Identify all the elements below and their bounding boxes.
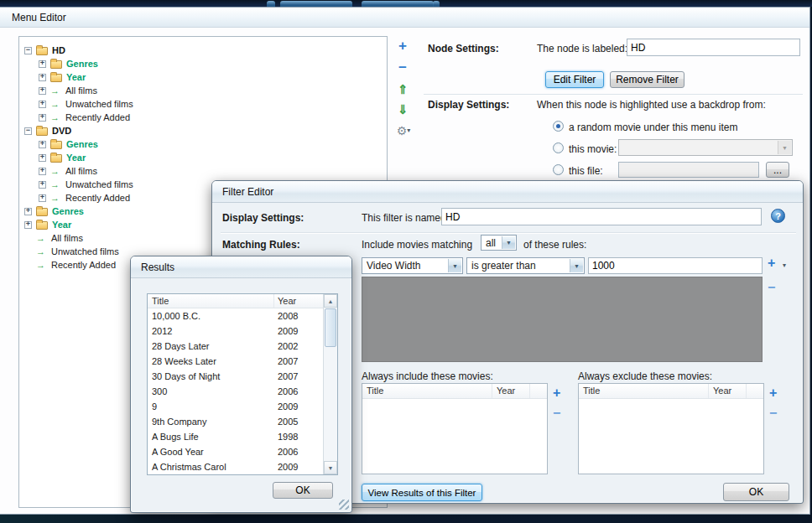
rule-operator-combo[interactable]: is greater than ▼ <box>466 257 585 274</box>
film-list-icon: → <box>50 167 62 176</box>
expand-icon[interactable]: + <box>39 114 46 122</box>
collapse-icon[interactable]: − <box>24 47 32 54</box>
filter-editor-titlebar[interactable]: Filter Editor <box>212 181 803 203</box>
remove-node-icon[interactable]: − <box>394 61 411 75</box>
scroll-up-icon[interactable]: ▲ <box>324 294 337 308</box>
cell-year: 1998 <box>274 432 325 442</box>
column-title[interactable]: Title <box>148 294 274 308</box>
tree-item[interactable]: +Genres <box>19 57 387 70</box>
rule-field-combo[interactable]: Video Width ▼ <box>362 257 463 274</box>
cell-year: 2002 <box>274 341 325 351</box>
expand-icon[interactable]: + <box>39 101 46 108</box>
radio-random-movie[interactable] <box>553 121 564 132</box>
cell-title: A Christmas Carol <box>148 462 274 472</box>
add-rule-caret-icon[interactable]: ▾ <box>783 262 786 269</box>
column-title[interactable]: Title <box>362 384 492 398</box>
expand-icon[interactable]: + <box>39 154 46 162</box>
tree-item[interactable]: +→All films <box>19 164 387 178</box>
folder-icon <box>50 141 62 149</box>
exclude-movies-table[interactable]: Title Year <box>578 383 764 474</box>
filter-name-input[interactable] <box>441 208 762 225</box>
film-list-icon: → <box>36 234 48 243</box>
scroll-down-icon[interactable]: ▼ <box>324 461 337 474</box>
menu-editor-titlebar[interactable]: Menu Editor <box>0 8 809 28</box>
tree-item[interactable]: +Year <box>19 151 387 164</box>
remove-filter-button[interactable]: Remove Filter <box>610 71 684 88</box>
table-row[interactable]: 20122009 <box>148 324 325 339</box>
column-year[interactable]: Year <box>274 294 325 308</box>
tree-item[interactable]: +Genres <box>19 137 387 151</box>
add-node-icon[interactable]: + <box>394 39 411 53</box>
tree-item[interactable]: +→All films <box>19 84 387 97</box>
scroll-thumb[interactable] <box>325 308 336 347</box>
view-results-button[interactable]: View Results of this Filter <box>362 484 482 501</box>
table-row[interactable]: 10,000 B.C.2008 <box>148 308 325 324</box>
gear-icon[interactable]: ⚙▾ <box>391 125 416 137</box>
remove-include-movie-icon[interactable]: − <box>553 406 560 419</box>
filter-ok-button[interactable]: OK <box>723 483 789 501</box>
move-up-icon[interactable]: ⇑ <box>394 83 411 96</box>
expand-icon[interactable]: + <box>24 221 32 229</box>
expand-icon[interactable]: + <box>39 60 46 68</box>
table-row[interactable]: A Christmas Carol2009 <box>148 459 325 474</box>
rule-value-input[interactable] <box>588 257 763 274</box>
this-file-input[interactable] <box>618 162 759 178</box>
collapse-icon[interactable]: − <box>24 127 32 135</box>
radio-this-file[interactable] <box>553 164 564 175</box>
expand-icon[interactable]: + <box>39 141 46 148</box>
table-row[interactable]: A Good Year2006 <box>148 444 325 459</box>
results-titlebar[interactable]: Results <box>131 256 351 278</box>
divider <box>221 232 796 233</box>
add-rule-icon[interactable]: + <box>768 256 775 269</box>
node-labeled-label: The node is labeled: <box>537 43 627 54</box>
table-row[interactable]: A Bugs Life1998 <box>148 429 325 444</box>
tree-item-label: Recently Added <box>65 112 130 122</box>
expand-icon[interactable]: + <box>39 74 46 81</box>
tree-item[interactable]: +→Recently Added <box>19 111 387 124</box>
expand-icon[interactable]: + <box>39 168 46 175</box>
tree-item-label: Recently Added <box>65 193 130 203</box>
tree-item-label: Year <box>66 72 86 82</box>
include-movies-table[interactable]: Title Year <box>362 383 548 474</box>
browse-file-button[interactable]: ... <box>766 162 789 178</box>
remove-rule-icon[interactable]: − <box>768 281 775 293</box>
add-exclude-movie-icon[interactable]: + <box>769 386 777 399</box>
radio-this-movie[interactable] <box>553 142 564 153</box>
expand-icon[interactable]: + <box>39 87 46 95</box>
table-row[interactable]: 9th Company2005 <box>148 414 325 429</box>
resize-grip[interactable] <box>339 500 349 510</box>
film-list-icon: → <box>50 113 62 122</box>
results-ok-button[interactable]: OK <box>273 482 333 499</box>
column-title[interactable]: Title <box>579 384 709 398</box>
tree-item[interactable]: +Year <box>19 70 387 84</box>
this-movie-combo[interactable]: ▼ <box>618 139 793 156</box>
table-row[interactable]: 28 Days Later2002 <box>148 339 325 354</box>
film-list-icon: → <box>50 100 62 109</box>
remove-exclude-movie-icon[interactable]: − <box>769 406 777 419</box>
expand-icon[interactable]: + <box>39 181 46 189</box>
table-row[interactable]: 3002006 <box>148 384 325 399</box>
tree-item[interactable]: −DVD <box>19 124 387 137</box>
column-year[interactable]: Year <box>709 384 747 398</box>
table-row[interactable]: 30 Days of Night2007 <box>148 369 325 384</box>
results-table[interactable]: Title Year 10,000 B.C.20082012200928 Day… <box>147 293 338 475</box>
scrollbar[interactable]: ▲ ▼ <box>323 294 337 474</box>
tree-item[interactable]: +→Unwatched films <box>19 97 387 111</box>
folder-icon <box>36 47 48 55</box>
expand-icon[interactable]: + <box>39 194 46 202</box>
node-label-input[interactable] <box>627 39 800 56</box>
window-title: Menu Editor <box>12 12 66 23</box>
help-icon[interactable]: ? <box>771 209 785 223</box>
chevron-down-icon: ▼ <box>778 141 791 154</box>
match-mode-combo[interactable]: all ▼ <box>481 235 517 251</box>
tree-item[interactable]: −HD <box>19 44 387 57</box>
always-include-label: Always include these movies: <box>362 370 493 382</box>
expand-icon[interactable]: + <box>24 208 32 215</box>
column-year[interactable]: Year <box>492 384 530 398</box>
table-row[interactable]: 92009 <box>148 399 325 414</box>
table-row[interactable]: 28 Weeks Later2007 <box>148 354 325 369</box>
add-include-movie-icon[interactable]: + <box>553 386 560 399</box>
edit-filter-button[interactable]: Edit Filter <box>545 71 604 88</box>
move-down-icon[interactable]: ⇓ <box>394 103 411 116</box>
cell-title: 30 Days of Night <box>148 371 274 381</box>
